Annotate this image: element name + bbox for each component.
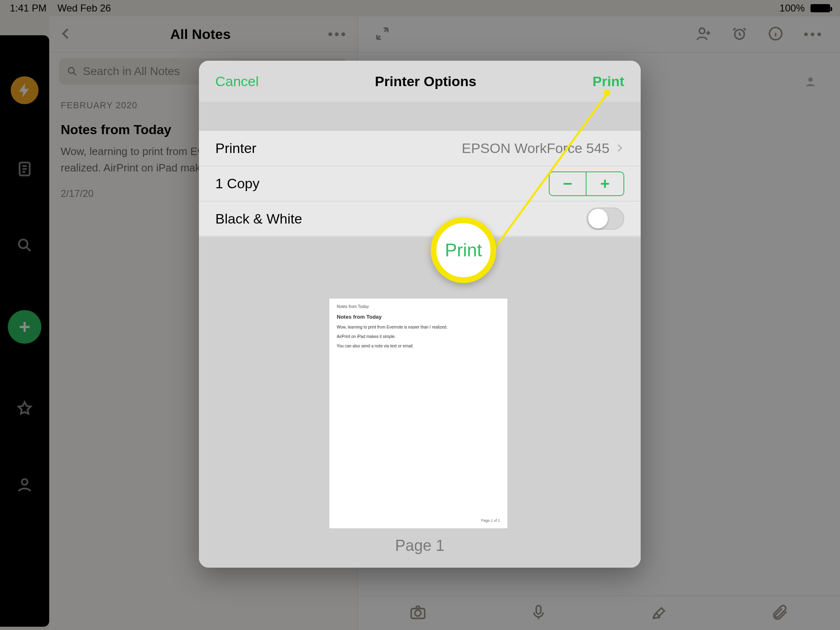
preview-footer: Page 1 of 1	[337, 518, 500, 523]
modal-title: Printer Options	[375, 73, 476, 89]
printer-value: EPSON WorkForce 545	[256, 140, 614, 156]
bw-label: Black & White	[215, 211, 302, 227]
page-indicator: Page 1	[199, 537, 641, 555]
cancel-button[interactable]: Cancel	[215, 73, 259, 89]
bw-toggle[interactable]	[587, 208, 624, 230]
copies-increase-button[interactable]	[587, 172, 623, 195]
preview-line-1: Wow, learning to print from Evernote is …	[337, 325, 500, 329]
preview-line-3: You can also send a note via text or ema…	[337, 344, 500, 348]
preview-page[interactable]: Notes from Today Notes from Today Wow, l…	[329, 299, 507, 528]
print-button[interactable]: Print	[593, 73, 624, 89]
preview-line-2: AirPrint on iPad makes it simple.	[337, 334, 500, 339]
copies-label: 1 Copy	[215, 176, 260, 192]
printer-label: Printer	[215, 140, 256, 156]
copies-decrease-button[interactable]	[550, 172, 587, 195]
copies-row: 1 Copy	[199, 166, 641, 201]
print-preview-area: Notes from Today Notes from Today Wow, l…	[199, 237, 641, 568]
printer-row[interactable]: Printer EPSON WorkForce 545	[199, 130, 641, 166]
chevron-right-icon	[614, 140, 624, 156]
copies-stepper	[549, 171, 624, 196]
preview-title: Notes from Today	[337, 314, 500, 320]
preview-small-header: Notes from Today	[337, 304, 500, 309]
bw-row: Black & White	[199, 201, 641, 236]
printer-options-modal: Cancel Printer Options Print Printer EPS…	[199, 61, 641, 568]
